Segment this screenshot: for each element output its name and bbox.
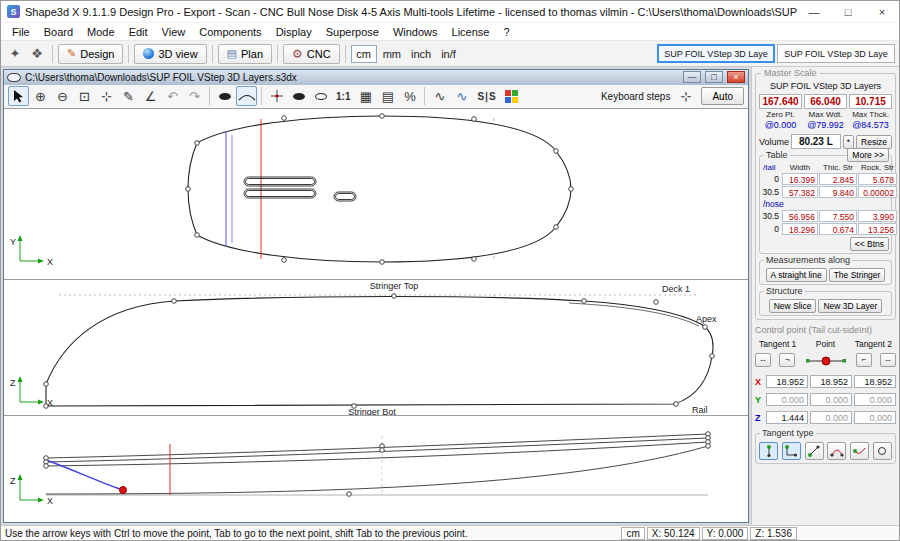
plan-button[interactable]: ▤ Plan bbox=[218, 44, 272, 64]
x-point-field[interactable]: 18.952 bbox=[810, 375, 852, 388]
menu-view[interactable]: View bbox=[155, 25, 193, 39]
table-cell[interactable]: 0.674 bbox=[819, 223, 857, 235]
rocker-view-panel[interactable]: Z X bbox=[4, 415, 748, 522]
redo-icon[interactable]: ↷ bbox=[184, 86, 205, 106]
menu-edit[interactable]: Edit bbox=[122, 25, 155, 39]
table-cell[interactable]: 57.382 bbox=[782, 186, 818, 198]
protractor-icon[interactable]: ∠ bbox=[140, 86, 161, 106]
tangent-type-curve-up-button[interactable] bbox=[827, 442, 846, 460]
new-3d-layer-button[interactable]: New 3D Layer bbox=[818, 299, 882, 313]
grid-icon[interactable]: ▦ bbox=[355, 86, 376, 106]
table-cell[interactable]: 3.990 bbox=[858, 210, 897, 222]
pan-icon[interactable]: ⊹ bbox=[96, 86, 117, 106]
table-cell[interactable]: 0.00002 bbox=[858, 186, 897, 198]
profile-view-icon[interactable] bbox=[236, 86, 257, 106]
filled-board-icon[interactable] bbox=[288, 86, 309, 106]
outline-view-icon[interactable] bbox=[214, 86, 235, 106]
sis-icon[interactable]: S∣S bbox=[473, 86, 499, 106]
auto-button[interactable]: Auto bbox=[701, 87, 744, 105]
table-cell[interactable]: 2.845 bbox=[819, 173, 857, 185]
new-slice-button[interactable]: New Slice bbox=[769, 299, 817, 313]
tangent2-lock-button[interactable]: ¬ bbox=[856, 353, 872, 367]
slices-view-icon[interactable] bbox=[266, 86, 287, 106]
empty-board-icon[interactable] bbox=[310, 86, 331, 106]
resize-button[interactable]: Resize bbox=[856, 135, 892, 149]
profile-view-panel[interactable]: Stringer Top Deck 1 Apex Rail Stringer B… bbox=[4, 279, 748, 415]
menu-windows[interactable]: Windows bbox=[386, 25, 445, 39]
table-cell[interactable]: 9.840 bbox=[819, 186, 857, 198]
z-point-field[interactable]: 0.000 bbox=[810, 411, 852, 424]
tangent-type-curve-s-button[interactable] bbox=[850, 442, 869, 460]
more-button[interactable]: More >> bbox=[847, 148, 889, 162]
minimize-button[interactable]: — bbox=[797, 1, 831, 22]
btns-button[interactable]: << Btns bbox=[850, 237, 889, 251]
table-cell[interactable]: 16.399 bbox=[782, 173, 818, 185]
z-tangent1-field[interactable]: 1.444 bbox=[766, 411, 808, 424]
tangent1-free-button[interactable]: -- bbox=[755, 353, 771, 367]
3d-view-button[interactable]: 3D view bbox=[134, 44, 206, 64]
wave-blue-icon[interactable]: ∿ bbox=[451, 86, 472, 106]
tangent1-lock-button[interactable]: ¬ bbox=[779, 353, 795, 367]
y-point-field[interactable]: 0.000 bbox=[810, 393, 852, 406]
menu-help[interactable]: ? bbox=[496, 25, 516, 39]
menu-components[interactable]: Components bbox=[192, 25, 268, 39]
y-tangent1-field[interactable]: 0.000 bbox=[766, 393, 808, 406]
the-stringer-button[interactable]: The Stringer bbox=[829, 268, 886, 282]
board-tab[interactable]: SUP FOIL VStep 3D Laye bbox=[777, 44, 895, 63]
tool-a-icon[interactable]: ✦ bbox=[5, 44, 25, 64]
doc-close-button[interactable]: × bbox=[727, 71, 745, 83]
selected-control-point[interactable] bbox=[120, 487, 127, 494]
tangent2-free-button[interactable]: -- bbox=[880, 353, 896, 367]
menu-license[interactable]: License bbox=[445, 25, 497, 39]
width-field[interactable]: 66.040 bbox=[804, 94, 847, 109]
color-palette-icon[interactable] bbox=[501, 86, 522, 106]
zoom-area-icon[interactable]: ⊡ bbox=[74, 86, 95, 106]
design-mode-button[interactable]: ✎ Design bbox=[58, 44, 123, 64]
doc-restore-button[interactable]: □ bbox=[705, 71, 723, 83]
tangent-type-vertical-button[interactable] bbox=[759, 442, 778, 460]
table-cell[interactable]: 56.956 bbox=[782, 210, 818, 222]
unit-mm[interactable]: mm bbox=[379, 48, 405, 60]
menu-file[interactable]: File bbox=[5, 25, 37, 39]
zoom-out-icon[interactable]: ⊖ bbox=[52, 86, 73, 106]
outline-view-panel[interactable]: Y X bbox=[4, 109, 748, 279]
zoom-in-icon[interactable]: ⊕ bbox=[30, 86, 51, 106]
doc-minimize-button[interactable]: — bbox=[683, 71, 701, 83]
undo-icon[interactable]: ↶ bbox=[162, 86, 183, 106]
y-tangent2-field[interactable]: 0.000 bbox=[854, 393, 896, 406]
tangent-type-diagonal-button[interactable] bbox=[805, 442, 824, 460]
document-title-bar[interactable]: C:\Users\thoma\Downloads\SUP FOIL VStep … bbox=[4, 70, 748, 85]
table-cell[interactable]: 7.550 bbox=[819, 210, 857, 222]
tool-b-icon[interactable]: ❖ bbox=[27, 44, 47, 64]
board-tab-active[interactable]: SUP FOIL VStep 3D Laye bbox=[657, 44, 775, 63]
unit-inf[interactable]: in/f bbox=[437, 48, 460, 60]
x-tangent1-field[interactable]: 18.952 bbox=[766, 375, 808, 388]
select-cursor-icon[interactable] bbox=[8, 86, 29, 106]
tangent-type-circle-button[interactable] bbox=[873, 442, 892, 460]
straight-line-button[interactable]: A straight line bbox=[766, 268, 827, 282]
unit-cm-selected[interactable]: cm bbox=[351, 45, 377, 63]
measure-icon[interactable]: % bbox=[399, 86, 420, 106]
menu-board[interactable]: Board bbox=[37, 25, 80, 39]
length-field[interactable]: 167.640 bbox=[759, 94, 802, 109]
thickness-field[interactable]: 10.715 bbox=[849, 94, 892, 109]
menu-display[interactable]: Display bbox=[269, 25, 319, 39]
step-crosshair-icon[interactable]: ⊹ bbox=[675, 86, 696, 106]
z-tangent2-field[interactable]: 0.000 bbox=[854, 411, 896, 424]
one-to-one-zoom[interactable]: 1:1 bbox=[332, 86, 354, 106]
maximize-button[interactable]: □ bbox=[831, 1, 865, 22]
table-cell[interactable]: 13.256 bbox=[858, 223, 897, 235]
unit-inch[interactable]: inch bbox=[407, 48, 435, 60]
menu-mode[interactable]: Mode bbox=[80, 25, 122, 39]
pencil-tool-icon[interactable]: ✎ bbox=[118, 86, 139, 106]
table-cell[interactable]: 18.296 bbox=[782, 223, 818, 235]
tangent-type-corner-button[interactable] bbox=[782, 442, 801, 460]
wave-dark-icon[interactable]: ∿ bbox=[429, 86, 450, 106]
lock-ratio-button[interactable]: * bbox=[843, 135, 854, 149]
menu-superpose[interactable]: Superpose bbox=[319, 25, 386, 39]
x-tangent2-field[interactable]: 18.952 bbox=[854, 375, 896, 388]
table-cell[interactable]: 5.678 bbox=[858, 173, 897, 185]
cnc-button[interactable]: ⚙ CNC bbox=[283, 44, 340, 64]
close-button[interactable]: × bbox=[865, 1, 899, 22]
panels-layout-icon[interactable]: ▤ bbox=[377, 86, 398, 106]
